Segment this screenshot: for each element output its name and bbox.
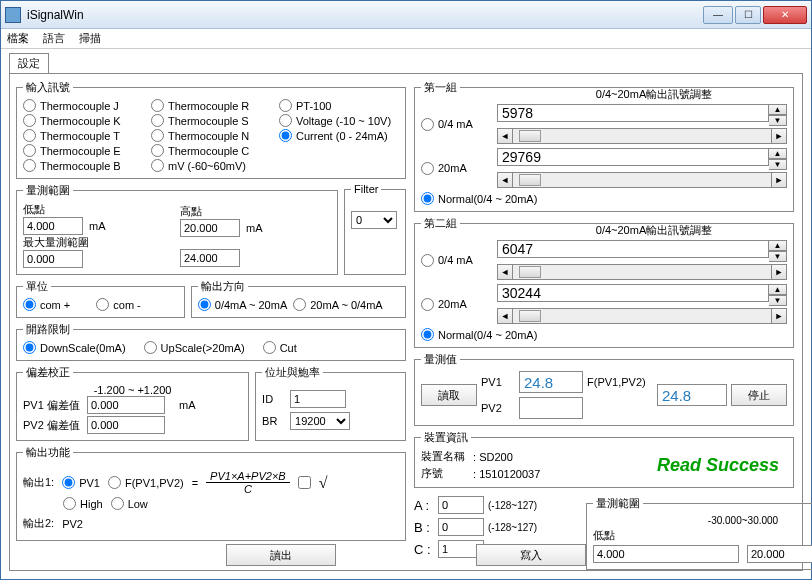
- rb-tc-r[interactable]: Thermocouple R: [151, 99, 271, 112]
- window-title: iSignalWin: [27, 8, 703, 22]
- unit-high: mA: [246, 222, 263, 234]
- spin-up-icon[interactable]: ▲: [769, 284, 787, 295]
- rb-grp1-normal[interactable]: Normal(0/4 ~ 20mA): [421, 192, 537, 205]
- label-sn: 序號: [421, 466, 467, 481]
- spin-down-icon[interactable]: ▼: [769, 295, 787, 306]
- select-br[interactable]: 19200: [290, 412, 350, 430]
- scroll-grp2-v2[interactable]: ◄►: [497, 308, 787, 324]
- spin-down-icon[interactable]: ▼: [769, 159, 787, 170]
- menu-file[interactable]: 檔案: [7, 31, 29, 46]
- rb-com-minus[interactable]: com -: [96, 298, 141, 311]
- rb-com-plus[interactable]: com +: [23, 298, 70, 311]
- legend-range: 量測範圍: [23, 183, 73, 198]
- rb-grp2-04[interactable]: 0/4 mA: [421, 254, 491, 267]
- legend-addr: 位址與鮑率: [262, 365, 323, 380]
- scroll-grp2-v1[interactable]: ◄►: [497, 264, 787, 280]
- menu-language[interactable]: 語言: [43, 31, 65, 46]
- rb-mv[interactable]: mV (-60~60mV): [151, 159, 271, 172]
- input-range-high[interactable]: [180, 219, 240, 237]
- rb-grp1-20[interactable]: 20mA: [421, 162, 491, 175]
- mrange-span: -30.000~30.000: [593, 515, 812, 526]
- scroll-grp1-v1[interactable]: ◄►: [497, 128, 787, 144]
- input-a[interactable]: [438, 496, 484, 514]
- input-maxrange-low[interactable]: [23, 250, 83, 268]
- input-range-low[interactable]: [23, 217, 83, 235]
- rb-tc-c[interactable]: Thermocouple C: [151, 144, 271, 157]
- window: iSignalWin — ☐ ✕ 檔案 語言 掃描 設定 輸入訊號 Thermo…: [0, 0, 812, 580]
- btn-read-all[interactable]: 讀出: [226, 544, 336, 566]
- menu-scan[interactable]: 掃描: [79, 31, 101, 46]
- value-devname: : SD200: [473, 451, 651, 463]
- spin-up-icon[interactable]: ▲: [769, 104, 787, 115]
- btn-read-pv[interactable]: 讀取: [421, 384, 477, 406]
- rb-outdir-a[interactable]: 0/4mA ~ 20mA: [198, 298, 287, 311]
- group-input-signal: 輸入訊號 Thermocouple J Thermocouple R PT-10…: [16, 80, 406, 179]
- rb-tc-t[interactable]: Thermocouple T: [23, 129, 143, 142]
- group-devinfo: 裝置資訊 裝置名稱 : SD200 Read Success 序號 : 1510…: [414, 430, 794, 488]
- select-filter[interactable]: 0: [351, 211, 397, 229]
- input-grp1-v1[interactable]: [497, 104, 769, 122]
- status-text: Read Success: [657, 455, 787, 476]
- close-button[interactable]: ✕: [763, 6, 807, 24]
- legend-grp1: 第一組: [424, 81, 457, 93]
- rb-out1-f[interactable]: F(PV1,PV2): [108, 476, 184, 489]
- rb-grp2-20[interactable]: 20mA: [421, 298, 491, 311]
- minimize-button[interactable]: —: [703, 6, 733, 24]
- legend-devinfo: 裝置資訊: [421, 430, 471, 445]
- legend-outdir: 輸出方向: [198, 279, 248, 294]
- rb-out1-pv1[interactable]: PV1: [62, 476, 100, 489]
- label-mrange-high: 高點: [747, 528, 812, 543]
- spin-down-icon[interactable]: ▼: [769, 251, 787, 262]
- label-pv2: PV2: [481, 402, 515, 414]
- titlebar: iSignalWin — ☐ ✕: [1, 1, 811, 29]
- input-maxrange-high[interactable]: [180, 249, 240, 267]
- rb-voltage[interactable]: Voltage (-10 ~ 10V): [279, 114, 399, 127]
- label-pv2-offset: PV2 偏差值: [23, 418, 81, 433]
- rb-downscale[interactable]: DownScale(0mA): [23, 341, 126, 354]
- spin-up-icon[interactable]: ▲: [769, 240, 787, 251]
- scroll-grp1-v2[interactable]: ◄►: [497, 172, 787, 188]
- input-pv1-offset[interactable]: [87, 396, 165, 414]
- input-grp2-v1[interactable]: [497, 240, 769, 258]
- group-addr: 位址與鮑率 ID BR 19200: [255, 365, 406, 441]
- group-grp2: 第二組 0/4~20mA輸出訊號調整 0/4 mA ▲▼ ◄► 20mA: [414, 216, 794, 348]
- value-pv2: [519, 397, 583, 419]
- client-area: 輸入訊號 Thermocouple J Thermocouple R PT-10…: [9, 73, 803, 571]
- rb-tc-e[interactable]: Thermocouple E: [23, 144, 143, 157]
- rb-grp1-04[interactable]: 0/4 mA: [421, 118, 491, 131]
- rb-pt100[interactable]: PT-100: [279, 99, 399, 112]
- tab-settings[interactable]: 設定: [9, 53, 49, 74]
- label-maxrange: 最大量測範圍: [23, 235, 174, 250]
- rb-cut[interactable]: Cut: [263, 341, 297, 354]
- range-a: (-128~127): [488, 500, 578, 511]
- input-b[interactable]: [438, 518, 484, 536]
- legend-mrange: 量測範圍: [593, 496, 643, 511]
- rb-out1-high[interactable]: High: [63, 497, 103, 510]
- group-unit: 單位 com + com -: [16, 279, 185, 318]
- rb-upscale[interactable]: UpScale(>20mA): [144, 341, 245, 354]
- maximize-button[interactable]: ☐: [735, 6, 761, 24]
- rb-tc-k[interactable]: Thermocouple K: [23, 114, 143, 127]
- rb-tc-n[interactable]: Thermocouple N: [151, 129, 271, 142]
- spin-up-icon[interactable]: ▲: [769, 148, 787, 159]
- label-br: BR: [262, 415, 284, 427]
- rb-current[interactable]: Current (0 - 24mA): [279, 129, 399, 142]
- input-id[interactable]: [290, 390, 346, 408]
- value-f: 24.8: [657, 384, 727, 406]
- rb-out1-low[interactable]: Low: [111, 497, 148, 510]
- btn-write-all[interactable]: 寫入: [476, 544, 586, 566]
- rb-tc-s[interactable]: Thermocouple S: [151, 114, 271, 127]
- rb-outdir-b[interactable]: 20mA ~ 0/4mA: [293, 298, 382, 311]
- menubar: 檔案 語言 掃描: [1, 29, 811, 49]
- chk-sqrt[interactable]: [298, 476, 311, 489]
- rb-tc-b[interactable]: Thermocouple B: [23, 159, 143, 172]
- legend-meas: 量測值: [421, 352, 460, 367]
- input-grp2-v2[interactable]: [497, 284, 769, 302]
- btn-stop[interactable]: 停止: [731, 384, 787, 406]
- rb-grp2-normal[interactable]: Normal(0/4 ~ 20mA): [421, 328, 537, 341]
- input-grp1-v2[interactable]: [497, 148, 769, 166]
- spin-down-icon[interactable]: ▼: [769, 115, 787, 126]
- offset-unit: mA: [179, 399, 196, 411]
- input-pv2-offset[interactable]: [87, 416, 165, 434]
- rb-tc-j[interactable]: Thermocouple J: [23, 99, 143, 112]
